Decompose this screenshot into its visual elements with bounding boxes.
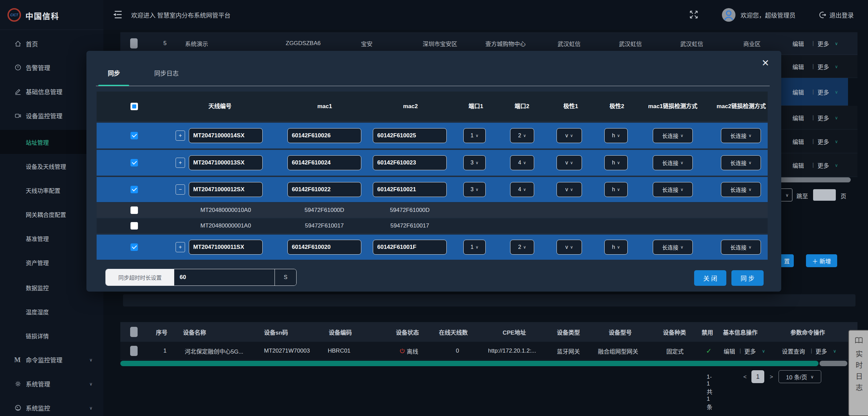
edit-link[interactable]: 编辑 (792, 113, 804, 122)
mac2-input[interactable] (373, 128, 447, 143)
expand-row-button[interactable]: + (176, 242, 185, 252)
edit-link[interactable]: 编辑 (792, 161, 804, 169)
mac1-detect-select[interactable]: 长连接∨ (653, 240, 693, 255)
more-link[interactable]: 更多 (817, 113, 829, 122)
sidebar-item-command-monitor[interactable]: M 命令监控管理 ∨ (0, 348, 103, 372)
edit-link[interactable]: 编辑 (792, 39, 804, 48)
expand-row-button[interactable]: + (176, 158, 185, 168)
settings-query-link[interactable]: 设置查询 (782, 346, 805, 355)
site-district: 宝安 (361, 39, 372, 48)
device-status: 离线 (407, 346, 418, 355)
row-checkbox[interactable] (130, 186, 138, 193)
collapse-menu-icon[interactable] (112, 10, 122, 21)
sidebar-item-label: 命令监控管理 (26, 355, 62, 364)
sidebar-item-temp-humidity[interactable]: 温度湿度 (0, 299, 103, 323)
page-size-select[interactable]: 10 条/页 ∨ (779, 370, 821, 383)
row-checkbox[interactable] (130, 243, 138, 251)
more-link[interactable]: 更多 (815, 346, 827, 355)
next-page-button[interactable]: > (770, 374, 773, 380)
antenna-id-input[interactable] (189, 182, 263, 197)
port1-select[interactable]: 1∨ (463, 128, 486, 143)
edit-link[interactable]: 编辑 (792, 137, 804, 145)
add-button[interactable]: ＋ 新增 (806, 254, 837, 267)
chevron-down-icon: ∨ (570, 245, 573, 250)
antenna-id-input[interactable] (189, 240, 263, 255)
chevron-down-icon: ∨ (681, 160, 684, 165)
polarity1-select[interactable]: v∨ (557, 240, 582, 255)
more-link[interactable]: 更多 (817, 137, 829, 145)
mac1-input[interactable] (287, 240, 361, 255)
more-link[interactable]: 更多 (817, 62, 829, 71)
collapse-row-button[interactable]: − (176, 184, 185, 195)
more-link[interactable]: 更多 (817, 39, 829, 48)
mac2-input[interactable] (373, 182, 447, 197)
more-link[interactable]: 更多 (744, 346, 756, 355)
port1-select[interactable]: 3∨ (463, 155, 486, 170)
sync-button[interactable]: 同 步 (731, 270, 764, 286)
expand-row-button[interactable]: + (176, 131, 185, 141)
sidebar-item-system-management[interactable]: 系统管理 ∨ (0, 372, 103, 396)
mac2-detect-select[interactable]: 长连接∨ (721, 128, 761, 143)
close-button[interactable]: 关 闭 (694, 270, 726, 286)
close-icon[interactable]: ✕ (762, 58, 769, 68)
polarity2-select[interactable]: h∨ (604, 155, 628, 170)
mac2-input[interactable] (373, 240, 447, 255)
port1-select[interactable]: 1∨ (463, 240, 486, 255)
sidebar-item-label: 基准管理 (26, 234, 49, 242)
row-checkbox[interactable] (130, 159, 138, 166)
mac2-detect-select[interactable]: 长连接∨ (721, 182, 761, 197)
modal-table-header: 天线编号 mac1 mac2 端口1 端口2 极性1 极性2 mac1链损检测方… (97, 92, 768, 121)
mac1-detect-select[interactable]: 长连接∨ (653, 182, 693, 197)
mac1-detect-select[interactable]: 长连接∨ (653, 128, 693, 143)
polarity1-select[interactable]: v∨ (557, 155, 582, 170)
edit-link[interactable]: 编辑 (792, 62, 804, 71)
polarity1-select[interactable]: v∨ (557, 182, 582, 197)
port2-select[interactable]: 4∨ (510, 155, 534, 170)
row-checkbox[interactable] (130, 346, 138, 356)
fullscreen-icon[interactable] (689, 9, 699, 21)
sidebar-item-system-monitor[interactable]: 系统监控 ∨ (0, 396, 103, 416)
top-header: 欢迎进入 智慧室内分布系统网管平台 欢迎您，超级管理员 退出登录 (103, 0, 868, 30)
mac2-input[interactable] (373, 155, 447, 170)
antenna-id-input[interactable] (189, 155, 263, 170)
realtime-log-tab[interactable]: 实时日志 (848, 330, 868, 416)
tab-sync-log[interactable]: 同步日志 (154, 68, 179, 77)
more-link[interactable]: 更多 (817, 161, 829, 169)
tab-sync[interactable]: 同步 (108, 68, 120, 77)
row-checkbox[interactable] (130, 222, 138, 230)
mac1-input[interactable] (287, 155, 361, 170)
mac1-detect-select[interactable]: 长连接∨ (653, 155, 693, 170)
prev-page-button[interactable]: < (743, 374, 747, 380)
horizontal-scrollbar-track[interactable] (820, 361, 847, 366)
row-checkbox[interactable] (130, 38, 138, 48)
sidebar-item-link-loss[interactable]: 链损详情 (0, 323, 103, 348)
polarity2-select[interactable]: h∨ (604, 240, 628, 255)
select-all-checkbox[interactable] (130, 103, 138, 110)
select-all-checkbox[interactable] (130, 327, 138, 337)
horizontal-scrollbar-thumb[interactable] (120, 361, 819, 366)
polarity2-select[interactable]: h∨ (604, 128, 628, 143)
port2-select[interactable]: 2∨ (510, 240, 534, 255)
row-checkbox[interactable] (130, 132, 138, 139)
port2-select[interactable]: 4∨ (510, 182, 534, 197)
mac2-detect-select[interactable]: 长连接∨ (721, 155, 761, 170)
polarity2-select[interactable]: h∨ (604, 182, 628, 197)
sync-timeout-input[interactable] (174, 269, 275, 285)
row-checkbox[interactable] (130, 206, 138, 214)
mac2-detect-select[interactable]: 长连接∨ (721, 240, 761, 255)
logout-button[interactable]: 退出登录 (819, 11, 854, 19)
antenna-id-input[interactable] (189, 128, 263, 143)
mac2-text: 59472F61000D (390, 207, 429, 214)
avatar[interactable] (722, 8, 735, 22)
mac1-input[interactable] (287, 182, 361, 197)
mac1-input[interactable] (287, 128, 361, 143)
edit-link[interactable]: 编辑 (792, 87, 804, 96)
edit-link[interactable]: 编辑 (724, 346, 735, 355)
more-link[interactable]: 更多 (817, 87, 829, 96)
chevron-down-icon: ∨ (570, 187, 573, 192)
port1-select[interactable]: 3∨ (463, 182, 486, 197)
jump-page-input[interactable] (813, 189, 836, 201)
page-number-button[interactable]: 1 (751, 370, 764, 383)
polarity1-select[interactable]: v∨ (557, 128, 582, 143)
port2-select[interactable]: 2∨ (510, 128, 534, 143)
